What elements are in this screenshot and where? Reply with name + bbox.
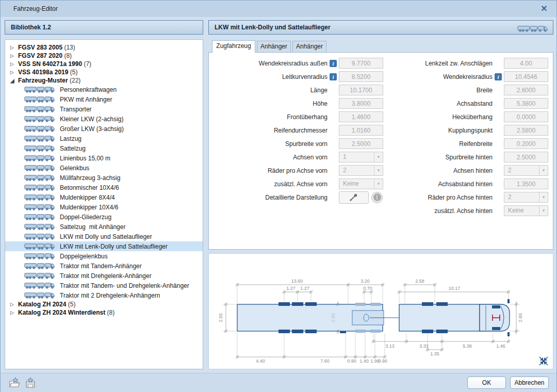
- field-input[interactable]: 10.4546: [504, 71, 548, 82]
- expand-arrow-icon[interactable]: ▷: [10, 45, 18, 50]
- tree-item[interactable]: PKW mit Anhänger: [5, 94, 203, 104]
- field-input[interactable]: 1.4600: [339, 111, 383, 122]
- field-input[interactable]: 1.3500: [504, 178, 548, 189]
- tree-item[interactable]: LKW mit Dolly und Sattelauflieger: [5, 232, 203, 241]
- field-select[interactable]: 2▾: [504, 165, 548, 176]
- pipette-button[interactable]: [339, 191, 369, 204]
- tab-anhaenger-1[interactable]: Anhänger: [257, 41, 291, 53]
- tree-item[interactable]: Transporter: [5, 104, 203, 114]
- tree-group[interactable]: ▷VSS SN 640271a 1990 (7): [5, 60, 203, 68]
- field-input[interactable]: 2.5800: [504, 125, 548, 136]
- cancel-button[interactable]: Abbrechen: [510, 377, 549, 389]
- tree-item[interactable]: LKW mit Lenk-Dolly und Sattelauflieger: [5, 241, 203, 251]
- field-select[interactable]: 2▾: [339, 165, 383, 176]
- tree-item[interactable]: Doppelgelenkbus: [5, 251, 203, 261]
- tree-group-count: (8): [105, 309, 114, 316]
- library-tree[interactable]: ▷FGSV 283 2005 (13)▷FGSV 287 2020 (8)▷VS…: [5, 39, 203, 369]
- info-icon[interactable]: i: [495, 73, 502, 80]
- field-input[interactable]: 0.0000: [504, 111, 548, 122]
- vehicle-icon: [20, 174, 60, 182]
- field-input[interactable]: 3.8000: [339, 98, 383, 109]
- field-input[interactable]: 10.1700: [339, 85, 383, 95]
- tree-group[interactable]: ◢Fahrzeug-Muster (22): [5, 76, 203, 85]
- tree-item[interactable]: Müllfahrzeug 3-achsig: [5, 173, 203, 183]
- field-input[interactable]: 8.5200: [339, 71, 383, 82]
- expand-arrow-icon[interactable]: ▷: [10, 302, 18, 307]
- tree-item[interactable]: Traktor mit Tandem-Anhänger: [5, 261, 203, 271]
- vehicle-icon: [20, 115, 60, 123]
- field-control: 2▾: [339, 165, 384, 176]
- tree-item[interactable]: Sattelzug mit Anhänger: [5, 222, 203, 232]
- library-panel-header: Bibliothek 1.2: [5, 20, 203, 35]
- info-icon[interactable]: i: [330, 60, 337, 67]
- tree-item[interactable]: Traktor mit Drehgelenk-Anhänger: [5, 271, 203, 281]
- field-control: 9.7700: [339, 58, 384, 69]
- form-row: Räder pro Achse hinten2▾: [389, 192, 549, 203]
- zoom-fit-icon[interactable]: [538, 356, 549, 366]
- tree-group[interactable]: ▷FGSV 283 2005 (13): [5, 43, 203, 52]
- tree-group[interactable]: ▷Katalog ZH 2024 (5): [5, 300, 203, 308]
- tree-item[interactable]: Sattelzug: [5, 143, 203, 153]
- tree-group[interactable]: ▷FGSV 287 2020 (8): [5, 52, 203, 60]
- tree-item[interactable]: Linienbus 15,00 m: [5, 153, 203, 163]
- tab-anhaenger-2[interactable]: Anhänger: [292, 41, 326, 53]
- field-input[interactable]: 2.6000: [504, 85, 548, 95]
- field-label: Breite: [389, 87, 493, 94]
- tab-zugfahrzeug[interactable]: Zugfahrzeug: [212, 40, 255, 53]
- chevron-down-icon: ▾: [374, 179, 383, 189]
- info-icon[interactable]: i: [330, 73, 337, 80]
- tree-item[interactable]: Kleiner LKW (2-achsig): [5, 114, 203, 124]
- field-input[interactable]: 4.00: [504, 58, 548, 69]
- field-select[interactable]: Keine▾: [339, 178, 383, 189]
- tree-item[interactable]: Muldenkipper 10X4/6: [5, 202, 203, 212]
- expand-arrow-icon[interactable]: ▷: [10, 53, 18, 58]
- field-label: zusätzl. Achse hinten: [389, 207, 493, 215]
- field-input[interactable]: 5.3800: [504, 98, 548, 109]
- field-label: Kupplungspunkt: [389, 127, 493, 134]
- svg-text:4.40: 4.40: [256, 358, 265, 364]
- field-select[interactable]: 2▾: [504, 192, 548, 203]
- tree-group-count: (22): [68, 77, 81, 84]
- expand-arrow-icon[interactable]: ▷: [10, 70, 18, 75]
- field-select[interactable]: Keine▾: [504, 205, 548, 216]
- form-row: Leitkurvenradiusi8.5200: [213, 71, 384, 82]
- tree-group[interactable]: ▷Katalog ZH 2024 Winterdienst (8): [5, 308, 203, 317]
- expand-arrow-icon[interactable]: ▷: [10, 61, 18, 67]
- tree-item[interactable]: Doppel-Gliederzug: [5, 212, 203, 222]
- display-toggle-button[interactable]: [371, 192, 383, 203]
- form-row: Achsabstand hinten1.3500: [389, 178, 549, 189]
- tree-item-label: Traktor mit 2 Drehgelenk-Anhängern: [60, 292, 160, 299]
- save-favorites-icon[interactable]: [24, 378, 37, 390]
- field-input[interactable]: 0.2000: [504, 138, 548, 149]
- collapse-arrow-icon[interactable]: ◢: [10, 78, 18, 84]
- close-icon[interactable]: ✕: [538, 3, 550, 14]
- tree-item[interactable]: Traktor mit 2 Drehgelenk-Anhängern: [5, 290, 203, 300]
- svg-text:1.27: 1.27: [300, 286, 309, 291]
- info-icon-slot: i: [493, 73, 504, 80]
- field-control: 2.5000: [504, 152, 549, 162]
- open-favorites-icon[interactable]: [9, 378, 21, 390]
- tree-item[interactable]: Großer LKW (3-achsig): [5, 124, 203, 134]
- field-input[interactable]: 2.5000: [504, 152, 548, 162]
- tree-item-label: Linienbus 15,00 m: [60, 155, 110, 162]
- tree-group-label: FGSV 287 2020: [18, 52, 62, 59]
- field-control: 1.4600: [339, 111, 384, 122]
- tree-item[interactable]: Gelenkbus: [5, 163, 203, 173]
- tree-item[interactable]: Personenkraftwagen: [5, 85, 203, 94]
- field-input[interactable]: 1.0160: [339, 125, 383, 136]
- ok-button[interactable]: OK: [467, 377, 506, 389]
- tree-group-count: (13): [62, 44, 75, 51]
- field-input[interactable]: 9.7700: [339, 58, 383, 69]
- field-control: Keine▾: [339, 178, 384, 189]
- field-input[interactable]: 2.5000: [339, 138, 383, 149]
- tree-item[interactable]: Traktor mit Tandem- und Drehgelenk-Anhän…: [5, 281, 203, 290]
- tree-item[interactable]: Muldenkipper 8X4/4: [5, 192, 203, 202]
- tree-item[interactable]: Betonmischer 10X4/6: [5, 183, 203, 192]
- field-label: Räder pro Achse vorn: [213, 167, 327, 174]
- field-label: Räder pro Achse hinten: [389, 194, 493, 201]
- field-control: 4.00: [504, 58, 549, 69]
- expand-arrow-icon[interactable]: ▷: [10, 310, 18, 315]
- tree-item[interactable]: Lastzug: [5, 134, 203, 143]
- tree-group[interactable]: ▷VSS 40198a 2019 (5): [5, 68, 203, 76]
- field-select[interactable]: 1▾: [339, 152, 383, 162]
